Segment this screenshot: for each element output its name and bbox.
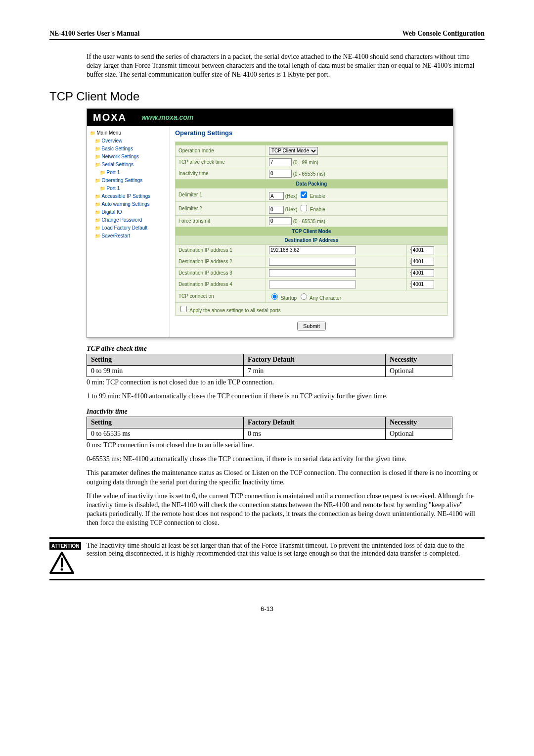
- t2-note2: 0-65535 ms: NE-4100 automatically closes…: [87, 455, 485, 464]
- intro-paragraph: If the user wants to send the series of …: [87, 52, 485, 80]
- t2-note1: 0 ms: TCP connection is not closed due t…: [87, 441, 485, 450]
- table-row: 0 to 99 min 7 min Optional: [87, 365, 452, 377]
- tree-item[interactable]: Basic Settings: [95, 145, 167, 153]
- dest3-input[interactable]: [269, 269, 356, 277]
- delim1-input[interactable]: [269, 192, 284, 200]
- inact-label: Inactivity time: [176, 168, 266, 179]
- t2-table: Setting Factory Default Necessity 0 to 6…: [87, 417, 452, 440]
- section-heading: TCP Client Mode: [49, 90, 485, 103]
- op-mode-label: Operation mode: [176, 145, 266, 156]
- t1-caption: TCP alive check time: [87, 345, 485, 353]
- dest4-port-input[interactable]: [411, 281, 434, 288]
- delim1-enable-checkbox[interactable]: [301, 191, 307, 198]
- tree-item[interactable]: Save/Restart: [95, 232, 167, 240]
- data-packing-header: Data Packing: [176, 179, 448, 188]
- th-necessity: Necessity: [386, 354, 452, 365]
- dest1-port-input[interactable]: [411, 246, 434, 254]
- tree-main-menu[interactable]: Main Menu: [90, 129, 167, 137]
- t2-note4: If the value of inactivity time is set t…: [87, 492, 485, 528]
- force-label: Force transmit: [176, 215, 266, 227]
- svg-point-2: [61, 568, 63, 571]
- tcp-client-mode-header: TCP Client Mode: [176, 227, 448, 236]
- th-setting: Setting: [87, 354, 244, 365]
- tree-item[interactable]: Digital IO: [95, 208, 167, 216]
- dest2-port-input[interactable]: [411, 258, 434, 266]
- tree-item[interactable]: Port 1: [100, 185, 167, 192]
- tree-item[interactable]: Overview: [95, 137, 167, 145]
- page-header: NE-4100 Series User's Manual Web Console…: [49, 30, 485, 40]
- dest2-input[interactable]: [269, 258, 356, 266]
- warning-icon: [49, 552, 74, 574]
- dest4-label: Destination IP address 4: [176, 279, 266, 290]
- t2-note3: This parameter defines the maintenance s…: [87, 469, 485, 486]
- attention-label: ATTENTION: [49, 542, 81, 550]
- tree-item[interactable]: Accessible IP Settings: [95, 192, 167, 200]
- th-factory: Factory Default: [244, 417, 386, 428]
- tree-item[interactable]: Serial Settings: [95, 161, 167, 169]
- th-factory: Factory Default: [244, 354, 386, 365]
- tcp-connect-anychar-radio[interactable]: [301, 293, 307, 300]
- header-right: Web Console Configuration: [402, 30, 485, 38]
- tree-item[interactable]: Auto warning Settings: [95, 200, 167, 208]
- dest3-port-input[interactable]: [411, 269, 434, 277]
- t1-note2: 1 to 99 min: NE-4100 automatically close…: [87, 392, 485, 401]
- page-number: 6-13: [49, 605, 485, 613]
- nav-tree: Main Menu Overview Basic Settings Networ…: [87, 126, 170, 337]
- dest4-input[interactable]: [269, 281, 356, 288]
- dest2-label: Destination IP address 2: [176, 256, 266, 267]
- settings-panel: Operating Settings Operation mode TCP Cl…: [170, 126, 453, 337]
- brand-logo: MOXA: [93, 112, 127, 123]
- dest1-input[interactable]: [269, 246, 356, 254]
- t1-note1: 0 min: TCP connection is not closed due …: [87, 378, 485, 387]
- tree-item[interactable]: Operating Settings: [95, 177, 167, 185]
- brand-url: www.moxa.com: [141, 113, 193, 121]
- attention-text: The Inactivity time should at least be s…: [87, 542, 485, 576]
- settings-form: Operation mode TCP Client Mode TCP alive…: [175, 142, 448, 316]
- panel-title: Operating Settings: [175, 129, 448, 137]
- alive-label: TCP alive check time: [176, 156, 266, 168]
- delim2-enable-checkbox[interactable]: [301, 205, 307, 211]
- dest3-label: Destination IP address 3: [176, 267, 266, 279]
- tree-item[interactable]: Change Password: [95, 216, 167, 224]
- tcp-connect-label: TCP connect on: [176, 290, 266, 302]
- inact-input[interactable]: [269, 170, 292, 178]
- web-console-screenshot: MOXA www.moxa.com Main Menu Overview Bas…: [87, 108, 453, 338]
- submit-button[interactable]: [297, 322, 326, 331]
- tree-item[interactable]: Load Factory Default: [95, 224, 167, 232]
- op-mode-select[interactable]: TCP Client Mode: [269, 147, 318, 155]
- apply-all-checkbox[interactable]: [180, 306, 187, 312]
- table-row: 0 to 65535 ms 0 ms Optional: [87, 428, 452, 439]
- dest1-label: Destination IP address 1: [176, 244, 266, 256]
- t1-table: Setting Factory Default Necessity 0 to 9…: [87, 354, 452, 377]
- dest-ip-header: Destination IP Address: [176, 236, 448, 244]
- force-input[interactable]: [269, 217, 292, 225]
- alive-input[interactable]: [269, 158, 292, 166]
- t2-caption: Inactivity time: [87, 408, 485, 416]
- th-necessity: Necessity: [386, 417, 452, 428]
- delim1-label: Delimiter 1: [176, 188, 266, 202]
- tree-item[interactable]: Port 1: [100, 169, 167, 177]
- tcp-connect-startup-radio[interactable]: [271, 293, 278, 300]
- console-banner: MOXA www.moxa.com: [87, 109, 453, 126]
- delim2-input[interactable]: [269, 206, 284, 214]
- tree-item[interactable]: Network Settings: [95, 153, 167, 161]
- header-left: NE-4100 Series User's Manual: [49, 30, 139, 38]
- delim2-label: Delimiter 2: [176, 202, 266, 216]
- attention-block: ATTENTION The Inactivity time should at …: [49, 537, 485, 580]
- port-header: [176, 142, 448, 145]
- th-setting: Setting: [87, 417, 244, 428]
